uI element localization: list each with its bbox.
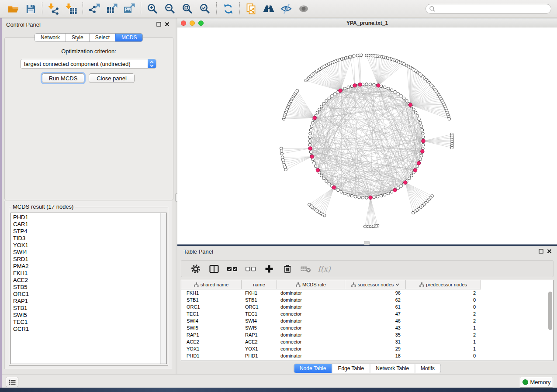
criterion-dropdown[interactable]: largest connected component (undirected) — [20, 59, 156, 69]
delete-table-icon[interactable] — [300, 263, 311, 275]
import-table-icon[interactable] — [65, 2, 78, 15]
cell-predecessor-nodes[interactable]: 0 — [406, 303, 481, 310]
cell-mcds-role[interactable]: dominator — [277, 352, 345, 359]
mcds-result-item[interactable]: TID3 — [11, 235, 160, 242]
column-header-predecessor-nodes[interactable]: predecessor nodes — [406, 280, 481, 289]
table-row[interactable]: STB1STB1dominator620 — [181, 296, 553, 303]
cell-name[interactable]: YOX1 — [242, 345, 277, 352]
cell-mcds-role[interactable]: connector — [277, 324, 345, 331]
cell-name[interactable]: ACE2 — [242, 338, 277, 345]
cell-shared-name[interactable]: SWI4 — [181, 317, 242, 324]
open-file-icon[interactable] — [7, 2, 20, 15]
table-scrollbar-thumb[interactable] — [548, 292, 552, 330]
cell-predecessor-nodes[interactable]: 1 — [406, 338, 481, 345]
cell-name[interactable]: ORC1 — [242, 303, 277, 310]
cell-shared-name[interactable]: FKH1 — [181, 289, 242, 296]
cell-mcds-role[interactable]: connector — [277, 310, 345, 317]
import-network-icon[interactable] — [47, 2, 60, 15]
mcds-result-item[interactable]: FKH1 — [11, 270, 160, 277]
mcds-result-item[interactable]: SWI5 — [11, 312, 160, 319]
tab-node-table[interactable]: Node Table — [294, 364, 332, 373]
tab-style[interactable]: Style — [66, 34, 89, 41]
cell-name[interactable]: SWI5 — [242, 324, 277, 331]
tab-select[interactable]: Select — [89, 34, 115, 41]
cell-mcds-role[interactable]: connector — [277, 345, 345, 352]
table-row[interactable]: TEC1TEC1connector472 — [181, 310, 553, 317]
column-header-name[interactable]: name — [242, 280, 277, 289]
search-field[interactable] — [426, 4, 551, 14]
tab-motifs[interactable]: Motifs — [415, 364, 440, 373]
run-mcds-button[interactable]: Run MCDS — [42, 73, 84, 83]
mcds-list-scrollbar[interactable] — [160, 213, 166, 364]
cell-name[interactable]: RAP1 — [242, 331, 277, 338]
cell-mcds-role[interactable]: dominator — [277, 317, 345, 324]
cell-successor-nodes[interactable]: 31 — [345, 338, 406, 345]
export-image-icon[interactable] — [123, 2, 136, 15]
cell-mcds-role[interactable]: connector — [277, 338, 345, 345]
cell-shared-name[interactable]: YOX1 — [181, 345, 242, 352]
cell-shared-name[interactable]: RAP1 — [181, 331, 242, 338]
mcds-result-item[interactable]: CAR1 — [11, 221, 160, 228]
column-header-mcds-role[interactable]: MCDS role — [277, 280, 345, 289]
split-table-view-icon[interactable] — [208, 263, 220, 275]
close-panel-icon[interactable] — [547, 249, 552, 254]
table-row[interactable]: ACE2ACE2connector311 — [181, 338, 553, 345]
mcds-result-item[interactable]: GCR1 — [11, 326, 160, 333]
cell-name[interactable]: PHD1 — [242, 352, 277, 359]
cell-mcds-role[interactable]: dominator — [277, 331, 345, 338]
zoom-out-icon[interactable] — [163, 2, 176, 15]
mcds-result-item[interactable]: SRD1 — [11, 256, 160, 263]
float-panel-icon[interactable] — [156, 22, 161, 27]
cell-successor-nodes[interactable]: 96 — [345, 289, 406, 296]
export-network-icon[interactable] — [88, 2, 101, 15]
mcds-result-item[interactable]: RAP1 — [11, 298, 160, 305]
cell-successor-nodes[interactable]: 18 — [345, 352, 406, 359]
column-header-shared-name[interactable]: shared name — [181, 280, 242, 289]
mcds-result-item[interactable]: ORC1 — [11, 291, 160, 298]
cell-shared-name[interactable]: TEC1 — [181, 310, 242, 317]
export-table-icon[interactable] — [105, 2, 118, 15]
network-window-titlebar[interactable]: YPA_prune.txt_1 — [177, 18, 557, 28]
cell-predecessor-nodes[interactable]: 0 — [406, 352, 481, 359]
cell-name[interactable]: STB1 — [242, 296, 277, 303]
tab-edge-table[interactable]: Edge Table — [332, 364, 370, 373]
cell-successor-nodes[interactable]: 35 — [345, 331, 406, 338]
mcds-result-item[interactable]: STB1 — [11, 305, 160, 312]
cell-successor-nodes[interactable]: 29 — [345, 345, 406, 352]
table-row[interactable]: YOX1YOX1connector291 — [181, 345, 553, 352]
mcds-result-item[interactable]: YOX1 — [11, 242, 160, 249]
cell-name[interactable]: SWI4 — [242, 317, 277, 324]
hide-unhide-icon[interactable] — [280, 2, 293, 15]
table-row[interactable]: SWI4SWI4dominator462 — [181, 317, 553, 324]
table-row[interactable]: SWI5SWI5connector431 — [181, 324, 553, 331]
function-builder-icon[interactable]: f(x) — [318, 263, 330, 275]
cell-successor-nodes[interactable]: 46 — [345, 317, 406, 324]
cell-predecessor-nodes[interactable]: 2 — [406, 310, 481, 317]
tab-network-table[interactable]: Network Table — [370, 364, 415, 373]
refresh-icon[interactable] — [221, 2, 235, 15]
cell-mcds-role[interactable]: dominator — [277, 303, 345, 310]
cell-successor-nodes[interactable]: 61 — [345, 303, 406, 310]
cell-successor-nodes[interactable]: 47 — [345, 310, 406, 317]
mcds-result-item[interactable]: SWI4 — [11, 249, 160, 256]
mcds-result-item[interactable]: STB5 — [11, 284, 160, 291]
horizontal-splitter-handle[interactable] — [364, 241, 370, 245]
mcds-result-item[interactable]: PHD1 — [11, 214, 160, 221]
task-history-button[interactable] — [6, 377, 18, 387]
select-all-rows-icon[interactable] — [227, 263, 238, 275]
network-from-document-icon[interactable] — [245, 2, 258, 15]
cell-shared-name[interactable]: ORC1 — [181, 303, 242, 310]
column-header-successor-nodes[interactable]: successor nodes — [345, 280, 406, 289]
network-canvas[interactable] — [177, 28, 557, 244]
cell-shared-name[interactable]: STB1 — [181, 296, 242, 303]
table-row[interactable]: PHD1PHD1dominator180 — [181, 352, 553, 359]
cell-name[interactable]: TEC1 — [242, 310, 277, 317]
cell-mcds-role[interactable]: dominator — [277, 296, 345, 303]
float-panel-icon[interactable] — [539, 249, 543, 254]
close-panel-icon[interactable] — [165, 22, 170, 27]
search-input[interactable] — [436, 4, 551, 13]
table-row[interactable]: RAP1RAP1dominator352 — [181, 331, 553, 338]
close-panel-button[interactable]: Close panel — [89, 73, 135, 83]
cell-predecessor-nodes[interactable]: 2 — [406, 331, 481, 338]
cell-shared-name[interactable]: ACE2 — [181, 338, 242, 345]
